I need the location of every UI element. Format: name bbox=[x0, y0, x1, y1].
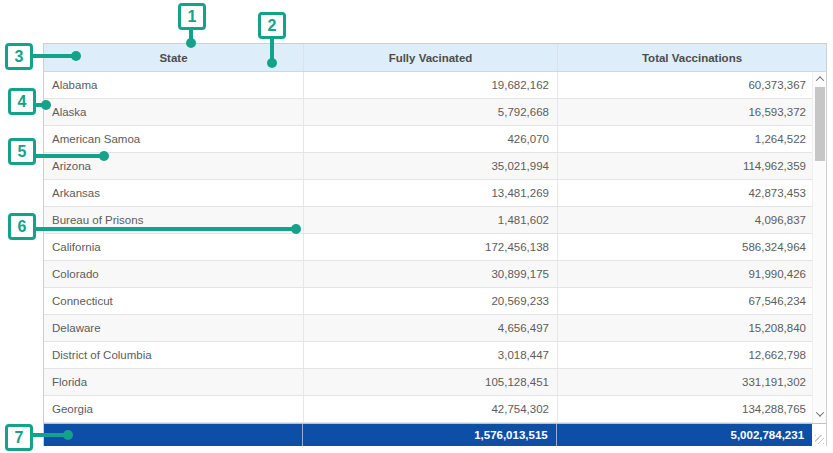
callout-6: 6 bbox=[8, 213, 36, 240]
table-header-row: State Fully Vacinated Total Vaccinations bbox=[44, 44, 826, 72]
cell-state: Georgia bbox=[44, 396, 304, 422]
summary-gutter bbox=[812, 424, 826, 446]
cell-state: American Samoa bbox=[44, 126, 304, 152]
cell-state: District of Columbia bbox=[44, 342, 304, 368]
callout-4: 4 bbox=[8, 88, 36, 115]
cell-total-vaccinations: 91,990,426 bbox=[558, 261, 814, 287]
cell-total-vaccinations: 67,546,234 bbox=[558, 288, 814, 314]
cell-total-vaccinations: 16,593,372 bbox=[558, 99, 814, 125]
cell-fully-vacinated: 5,792,668 bbox=[304, 99, 558, 125]
table-row[interactable]: Delaware 4,656,497 15,208,840 bbox=[44, 315, 826, 342]
callout-5-line bbox=[35, 154, 103, 158]
callout-1: 1 bbox=[178, 3, 206, 30]
cell-total-vaccinations: 60,373,367 bbox=[558, 72, 814, 98]
screenshot-canvas: State Fully Vacinated Total Vaccinations… bbox=[0, 0, 833, 453]
table-row[interactable]: Georgia 42,754,302 134,288,765 bbox=[44, 396, 826, 423]
cell-state: Arkansas bbox=[44, 180, 304, 206]
cell-fully-vacinated: 42,754,302 bbox=[304, 396, 558, 422]
callout-3: 3 bbox=[5, 43, 33, 70]
callout-2-dot bbox=[267, 58, 277, 68]
vaccination-table: State Fully Vacinated Total Vaccinations… bbox=[43, 43, 827, 446]
callout-4-dot bbox=[41, 100, 51, 110]
cell-fully-vacinated: 172,456,138 bbox=[304, 234, 558, 260]
summary-cell-fully-vacinated: 1,576,013,515 bbox=[303, 424, 556, 446]
cell-fully-vacinated: 1,481,602 bbox=[304, 207, 558, 233]
cell-fully-vacinated: 3,018,447 bbox=[304, 342, 558, 368]
scrollbar-thumb[interactable] bbox=[815, 87, 825, 161]
table-row[interactable]: Alaska 5,792,668 16,593,372 bbox=[44, 99, 826, 126]
resize-grip-icon[interactable] bbox=[815, 435, 824, 444]
callout-7: 7 bbox=[5, 424, 33, 451]
cell-total-vaccinations: 1,264,522 bbox=[558, 126, 814, 152]
cell-state: Connecticut bbox=[44, 288, 304, 314]
cell-state: California bbox=[44, 234, 304, 260]
summary-cell-state bbox=[44, 424, 303, 446]
cell-total-vaccinations: 586,324,964 bbox=[558, 234, 814, 260]
cell-state: Florida bbox=[44, 369, 304, 395]
cell-total-vaccinations: 331,191,302 bbox=[558, 369, 814, 395]
table-row[interactable]: California 172,456,138 586,324,964 bbox=[44, 234, 826, 261]
column-header-state[interactable]: State bbox=[44, 44, 304, 71]
scroll-up-button[interactable] bbox=[813, 72, 826, 86]
cell-total-vaccinations: 114,962,359 bbox=[558, 153, 814, 179]
cell-fully-vacinated: 13,481,269 bbox=[304, 180, 558, 206]
cell-fully-vacinated: 105,128,451 bbox=[304, 369, 558, 395]
callout-7-dot bbox=[63, 430, 73, 440]
callout-5-dot bbox=[99, 151, 109, 161]
cell-total-vaccinations: 15,208,840 bbox=[558, 315, 814, 341]
table-row[interactable]: Colorado 30,899,175 91,990,426 bbox=[44, 261, 826, 288]
cell-fully-vacinated: 30,899,175 bbox=[304, 261, 558, 287]
chevron-up-icon bbox=[816, 76, 824, 84]
cell-fully-vacinated: 35,021,994 bbox=[304, 153, 558, 179]
callout-5: 5 bbox=[8, 138, 36, 165]
cell-total-vaccinations: 12,662,798 bbox=[558, 342, 814, 368]
table-row[interactable]: American Samoa 426,070 1,264,522 bbox=[44, 126, 826, 153]
cell-state: Delaware bbox=[44, 315, 304, 341]
vertical-scrollbar[interactable] bbox=[812, 72, 826, 423]
cell-fully-vacinated: 20,569,233 bbox=[304, 288, 558, 314]
cell-state: Alabama bbox=[44, 72, 304, 98]
column-header-fully-vacinated[interactable]: Fully Vacinated bbox=[304, 44, 558, 71]
callout-2: 2 bbox=[258, 12, 286, 39]
scroll-down-button[interactable] bbox=[813, 407, 826, 421]
table-body: Alabama 19,682,162 60,373,367 Alaska 5,7… bbox=[44, 72, 826, 423]
cell-total-vaccinations: 4,096,837 bbox=[558, 207, 814, 233]
summary-cell-total-vaccinations: 5,002,784,231 bbox=[557, 424, 812, 446]
table-row[interactable]: Alabama 19,682,162 60,373,367 bbox=[44, 72, 826, 99]
table-row[interactable]: Arizona 35,021,994 114,962,359 bbox=[44, 153, 826, 180]
cell-fully-vacinated: 4,656,497 bbox=[304, 315, 558, 341]
cell-state: Colorado bbox=[44, 261, 304, 287]
table-row[interactable]: District of Columbia 3,018,447 12,662,79… bbox=[44, 342, 826, 369]
summary-row: 1,576,013,515 5,002,784,231 bbox=[44, 423, 826, 446]
cell-total-vaccinations: 42,873,453 bbox=[558, 180, 814, 206]
callout-2-line bbox=[270, 38, 274, 60]
table-row[interactable]: Connecticut 20,569,233 67,546,234 bbox=[44, 288, 826, 315]
table-row[interactable]: Florida 105,128,451 331,191,302 bbox=[44, 369, 826, 396]
callout-1-dot bbox=[186, 38, 196, 48]
cell-fully-vacinated: 19,682,162 bbox=[304, 72, 558, 98]
callout-3-line bbox=[32, 54, 74, 58]
cell-state: Alaska bbox=[44, 99, 304, 125]
cell-total-vaccinations: 134,288,765 bbox=[558, 396, 814, 422]
cell-fully-vacinated: 426,070 bbox=[304, 126, 558, 152]
table-row[interactable]: Arkansas 13,481,269 42,873,453 bbox=[44, 180, 826, 207]
column-header-total-vaccinations[interactable]: Total Vaccinations bbox=[558, 44, 826, 71]
callout-7-line bbox=[32, 433, 66, 437]
chevron-down-icon bbox=[816, 408, 824, 416]
callout-6-line bbox=[34, 227, 294, 231]
callout-6-dot bbox=[291, 224, 301, 234]
callout-3-dot bbox=[71, 51, 81, 61]
